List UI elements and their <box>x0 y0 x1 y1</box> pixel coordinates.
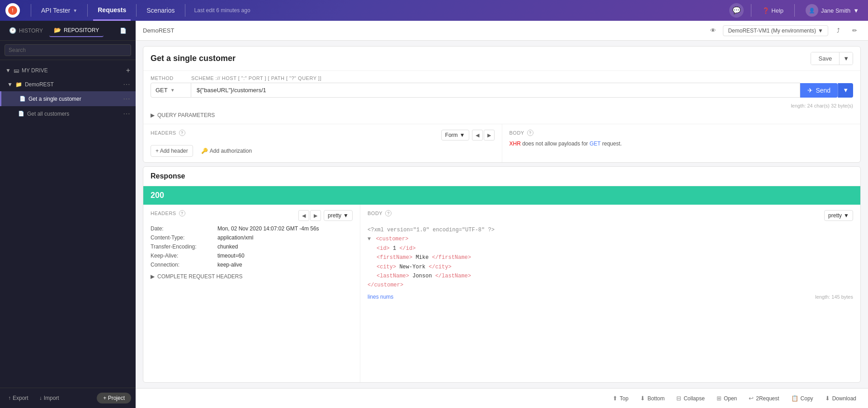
collapse-customer-icon[interactable]: ▼ <box>368 236 371 242</box>
app-logo[interactable]: ! <box>5 3 20 18</box>
xml-line-customer-open: ▼ <customer> <box>368 234 853 244</box>
drive-icon: 🖴 <box>14 67 19 74</box>
repository-icon: 📂 <box>54 27 61 33</box>
eye-icon[interactable]: 👁 <box>707 24 719 37</box>
open-btn[interactable]: ⊞ Open <box>712 393 741 404</box>
nav-requests[interactable]: Requests <box>93 0 131 21</box>
share-icon[interactable]: ⤴ <box>832 24 844 37</box>
edit-icon[interactable]: ✏ <box>848 24 861 37</box>
my-drive-more-icon[interactable]: + <box>126 66 130 75</box>
open-icon: ⊞ <box>717 395 722 402</box>
send-dropdown-btn[interactable]: ▼ <box>838 83 853 98</box>
nav-divider-5 <box>751 4 751 17</box>
nav-divider-4 <box>185 4 185 17</box>
response-nav-left-btn[interactable]: ◀ <box>298 210 309 221</box>
response-panel: Response 200 HEADERS ? ◀ <box>143 166 861 383</box>
response-status-bar: 200 <box>143 186 860 205</box>
project-label: + Project <box>103 395 125 401</box>
chevron-right-icon: ▼ <box>7 81 13 88</box>
app-name-chevron: ▼ <box>73 8 77 13</box>
header-row-keepalive: Keep-Alive: timeout=60 <box>151 253 353 259</box>
body-label: BODY ? <box>509 130 854 136</box>
user-menu[interactable]: 👤 Jane Smith ▼ <box>802 4 863 17</box>
header-row-date: Date: Mon, 02 Nov 2020 14:07:02 GMT -4m … <box>151 225 353 232</box>
method-select[interactable]: GET ▼ <box>151 83 191 98</box>
response-body-label: BODY ? <box>368 210 392 216</box>
response-status-code: 200 <box>151 191 164 200</box>
export-icon: ↑ <box>8 395 11 401</box>
request-icon-1: 📄 <box>19 96 26 102</box>
main-content: DemoREST 👁 DemoREST-VM1 (My environments… <box>136 21 868 408</box>
import-btn[interactable]: ↓ Import <box>36 393 63 403</box>
save-dropdown-btn[interactable]: ▼ <box>839 52 853 65</box>
xml-line-id: <id> 1 </id> <box>368 244 853 253</box>
export-btn[interactable]: ↑ Export <box>5 393 32 403</box>
form-select[interactable]: Form ▼ <box>441 130 469 141</box>
xml-customer-open: <customer> <box>376 236 408 242</box>
main-header-right: 👁 DemoREST-VM1 (My environments) ▼ ⤴ ✏ <box>707 24 861 37</box>
collapse-btn[interactable]: ⊟ Collapse <box>672 393 709 404</box>
tab-extra[interactable]: 📄 <box>115 25 131 37</box>
copy-btn[interactable]: 📋 Copy <box>787 393 818 404</box>
query-params-toggle[interactable]: ▶ QUERY PARAMETERS <box>151 110 853 120</box>
export-label: Export <box>13 395 28 401</box>
get-text: GET <box>590 141 601 147</box>
tab-repository[interactable]: 📂 REPOSITORY <box>49 24 104 37</box>
help-btn[interactable]: ❓ Help <box>759 7 787 14</box>
nav-left-btn[interactable]: ◀ <box>472 130 483 141</box>
headers-pretty-chevron-icon: ▼ <box>343 212 349 219</box>
nav-scenarios[interactable]: Scenarios <box>142 0 179 21</box>
bottom-btn[interactable]: ⬇ Bottom <box>636 393 669 404</box>
environment-selector[interactable]: DemoREST-VM1 (My environments) ▼ <box>723 25 828 36</box>
header-row-transfer: Transfer-Encoding: chunked <box>151 244 353 250</box>
folder-demorest[interactable]: ▼ 📁 DemoREST ⋯ <box>0 77 136 91</box>
body-pretty-label: pretty <box>828 212 842 219</box>
item-dots-icon-1[interactable]: ⋯ <box>123 94 130 103</box>
project-btn[interactable]: + Project <box>97 393 131 403</box>
xml-line-firstname: <firstName> Mike </firstName> <box>368 253 853 262</box>
complete-request-toggle[interactable]: ▶ COMPLETE REQUEST HEADERS <box>151 272 353 281</box>
header-key-connection: Connection: <box>151 262 214 268</box>
sidebar: 🕐 HISTORY 📂 REPOSITORY 📄 ▼ 🖴 MY DRIVE + <box>0 21 136 408</box>
add-header-btn[interactable]: + Add header <box>151 145 193 157</box>
import-label: Import <box>44 395 59 401</box>
bottom-icon: ⬇ <box>640 395 645 402</box>
tab-history[interactable]: 🕐 HISTORY <box>5 24 47 37</box>
search-input[interactable] <box>5 44 131 56</box>
copy-icon: 📋 <box>791 395 798 402</box>
request-title: Get a single customer <box>151 54 811 63</box>
body-help-icon[interactable]: ? <box>527 130 533 136</box>
save-main-btn[interactable]: Save <box>811 52 839 65</box>
tab-repository-label: REPOSITORY <box>64 27 99 33</box>
top-btn[interactable]: ⬆ Top <box>608 393 633 404</box>
lines-nums-btn[interactable]: lines nums <box>368 294 393 300</box>
nav-right-btn[interactable]: ▶ <box>484 130 495 141</box>
xhr-notice: XHR does not allow payloads for GET requ… <box>509 141 854 147</box>
body-pretty-select[interactable]: pretty ▼ <box>824 210 853 221</box>
response-headers-help-icon[interactable]: ? <box>179 210 185 216</box>
item-dots-icon-2[interactable]: ⋯ <box>123 109 130 118</box>
send-btn[interactable]: ✈ Send <box>800 83 838 98</box>
request-btn[interactable]: ↩ 2Request <box>744 393 783 404</box>
add-auth-btn[interactable]: 🔑 Add authorization <box>198 145 255 156</box>
folder-dots-icon[interactable]: ⋯ <box>123 80 130 89</box>
response-nav-right-btn[interactable]: ▶ <box>310 210 321 221</box>
response-body-label-text: BODY <box>368 211 382 216</box>
xml-line-city: <city> New-York </city> <box>368 263 853 272</box>
chat-icon-btn[interactable]: 💬 <box>729 3 744 18</box>
my-drive-header[interactable]: ▼ 🖴 MY DRIVE + <box>0 64 136 77</box>
response-body-help-icon[interactable]: ? <box>385 210 392 216</box>
nav-scenarios-label: Scenarios <box>146 7 175 14</box>
bottom-toolbar: ⬆ Top ⬇ Bottom ⊟ Collapse ⊞ Open ↩ 2Requ… <box>136 388 868 408</box>
response-nav-arrows: ◀ ▶ <box>298 210 321 221</box>
method-value: GET <box>156 87 168 94</box>
url-input[interactable] <box>191 83 800 98</box>
app-name-item[interactable]: API Tester ▼ <box>37 0 82 21</box>
request-label: 2Request <box>756 395 779 402</box>
sidebar-search-container <box>0 41 136 60</box>
headers-pretty-select[interactable]: pretty ▼ <box>324 210 353 221</box>
sidebar-item-all-customers[interactable]: 📄 Get all customers ⋯ <box>0 106 136 121</box>
sidebar-item-single-customer[interactable]: 📄 Get a single customer ⋯ <box>0 91 136 106</box>
download-btn[interactable]: ⬇ Download <box>821 393 861 404</box>
headers-help-icon[interactable]: ? <box>179 130 185 136</box>
